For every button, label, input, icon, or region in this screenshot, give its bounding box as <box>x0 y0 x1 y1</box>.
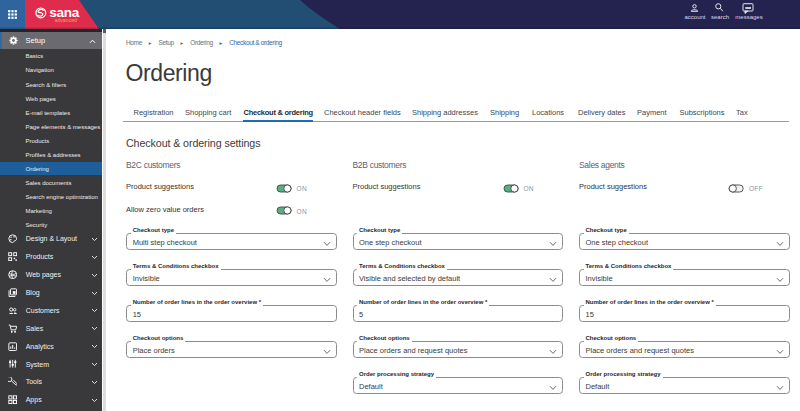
svg-text:advanced: advanced <box>55 17 78 23</box>
svg-text:account: account <box>684 14 705 20</box>
svg-text:search: search <box>711 14 729 20</box>
svg-text:messages: messages <box>735 14 762 20</box>
